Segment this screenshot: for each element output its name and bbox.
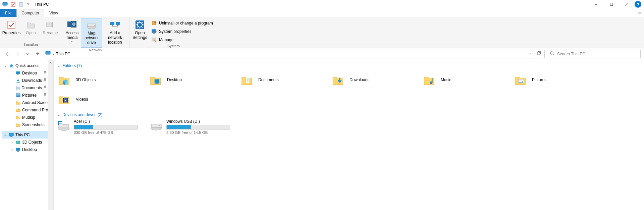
open-settings-label: Open Settings — [131, 31, 148, 40]
tab-view[interactable]: View — [44, 9, 63, 17]
navigation-row: › This PC — [0, 48, 644, 60]
tab-file[interactable]: File — [0, 9, 16, 17]
navigation-pane: ⌄ Quick access DesktopDownloadsDocuments… — [0, 60, 54, 210]
drive-item[interactable]: Windows USB (D:)8.80 GB free of 14.5 GB — [150, 119, 230, 135]
svg-rect-50 — [59, 123, 60, 125]
nav-qa-item[interactable]: Command Prom — [9, 106, 53, 114]
uninstall-program-button[interactable]: Uninstall or change a program — [150, 19, 214, 27]
properties-button[interactable]: Properties — [2, 18, 21, 42]
access-media-button[interactable]: Access media — [64, 18, 80, 48]
up-button[interactable] — [34, 50, 42, 58]
nav-this-pc[interactable]: ⌄ This PC — [2, 131, 53, 139]
help-button[interactable]: ? — [635, 1, 641, 8]
search-input[interactable] — [557, 52, 638, 56]
drive-item[interactable]: Acer (C:)330 GB free of 475 GB — [57, 119, 138, 135]
section-folders-header[interactable]: ⌄ Folders (7) — [57, 63, 641, 68]
nav-qa-item[interactable]: Screenshots — [9, 121, 53, 128]
group-label-location: Location — [24, 42, 38, 48]
qat-placeholder-icon — [18, 1, 24, 7]
pin-icon — [43, 78, 47, 83]
search-icon — [550, 51, 554, 57]
nav-qa-item[interactable]: Mudkip — [9, 114, 53, 121]
section-folders-label: Folders (7) — [62, 63, 82, 68]
svg-point-27 — [550, 52, 553, 54]
star-icon — [9, 63, 14, 68]
folder-item[interactable]: Downloads — [331, 70, 410, 90]
svg-rect-35 — [16, 141, 20, 144]
address-bar[interactable]: › This PC — [44, 50, 545, 58]
svg-rect-15 — [116, 22, 120, 25]
back-button[interactable] — [3, 50, 11, 58]
nav-item-icon — [15, 100, 21, 105]
breadcrumb-label: This PC — [56, 52, 70, 56]
svg-rect-21 — [152, 30, 156, 33]
breadcrumb-thispc[interactable]: This PC — [56, 52, 70, 56]
nav-qa-item[interactable]: Pictures — [9, 92, 53, 99]
nav-qa-item[interactable]: Desktop — [9, 69, 53, 77]
address-dropdown-button[interactable] — [528, 52, 531, 56]
nav-qa-item[interactable]: Documents — [9, 84, 53, 92]
svg-rect-33 — [9, 133, 13, 136]
nav-qa-item[interactable]: Downloads — [9, 77, 53, 84]
folder-label: Videos — [76, 97, 88, 102]
quick-access-toolbar — [0, 1, 35, 7]
properties-label: Properties — [2, 31, 21, 36]
nav-item-label: Documents — [21, 86, 42, 90]
collapse-icon[interactable]: ⌄ — [3, 133, 7, 137]
manage-label: Manage — [159, 38, 173, 42]
nav-item-label: Desktop — [22, 71, 37, 75]
nav-pc-item[interactable]: ›Desktop — [9, 146, 53, 153]
close-button[interactable] — [619, 0, 635, 9]
nav-item-icon — [15, 93, 21, 98]
nav-pc-item[interactable]: ›3D Objects — [9, 139, 53, 146]
svg-rect-37 — [17, 151, 19, 152]
nav-item-icon — [15, 115, 21, 120]
qat-dropdown-icon[interactable] — [26, 1, 30, 7]
svg-rect-5 — [8, 21, 15, 29]
window-title: This PC — [35, 2, 49, 7]
nav-quick-access[interactable]: ⌄ Quick access — [2, 62, 53, 69]
folder-item[interactable]: Desktop — [148, 70, 227, 90]
add-network-location-button[interactable]: Add a network location — [103, 18, 127, 48]
nav-item-label: Screenshots — [22, 122, 45, 127]
section-drives-header[interactable]: ⌄ Devices and drives (2) — [57, 112, 641, 117]
recent-locations-button[interactable] — [23, 50, 32, 58]
svg-rect-49 — [60, 122, 62, 123]
nav-qa-item[interactable]: Android Screens — [9, 99, 53, 106]
settings-icon — [135, 19, 145, 30]
expand-icon[interactable]: › — [10, 147, 14, 152]
collapse-icon[interactable]: ⌄ — [3, 63, 7, 68]
tab-computer[interactable]: Computer — [16, 9, 44, 17]
open-settings-button[interactable]: Open Settings — [131, 18, 148, 44]
scroll-up-icon[interactable] — [48, 60, 53, 65]
properties-qat-icon[interactable] — [10, 1, 16, 7]
maximize-button[interactable] — [604, 0, 619, 9]
svg-rect-26 — [47, 55, 49, 55]
minimize-button[interactable] — [588, 0, 604, 9]
folder-item[interactable]: Videos — [57, 90, 136, 109]
svg-rect-43 — [63, 98, 63, 103]
refresh-button[interactable] — [534, 51, 543, 57]
folder-label: Downloads — [350, 77, 369, 82]
chevron-right-icon[interactable]: › — [53, 52, 54, 56]
folder-icon — [148, 72, 163, 87]
nav-item-label: Command Prom — [22, 108, 51, 112]
map-network-drive-button[interactable]: Map network drive — [81, 18, 102, 48]
expand-icon[interactable]: › — [10, 140, 14, 145]
uninstall-icon — [152, 20, 157, 26]
section-drives-label: Devices and drives (2) — [62, 112, 102, 117]
folder-label: Documents — [258, 77, 279, 82]
nav-scrollbar[interactable] — [48, 60, 53, 210]
drive-icon — [57, 119, 70, 133]
folder-item[interactable]: 3D Objects — [57, 70, 136, 90]
open-icon — [25, 19, 36, 30]
svg-point-13 — [94, 25, 95, 26]
folder-item[interactable]: Documents — [239, 70, 319, 90]
ribbon-collapse-button[interactable] — [636, 9, 644, 17]
system-properties-button[interactable]: System properties — [150, 28, 214, 35]
manage-button[interactable]: Manage — [150, 36, 214, 44]
search-box[interactable] — [547, 50, 641, 58]
folder-item[interactable]: Music — [422, 70, 501, 90]
folder-item[interactable]: Pictures — [513, 70, 592, 90]
svg-point-32 — [17, 95, 18, 96]
